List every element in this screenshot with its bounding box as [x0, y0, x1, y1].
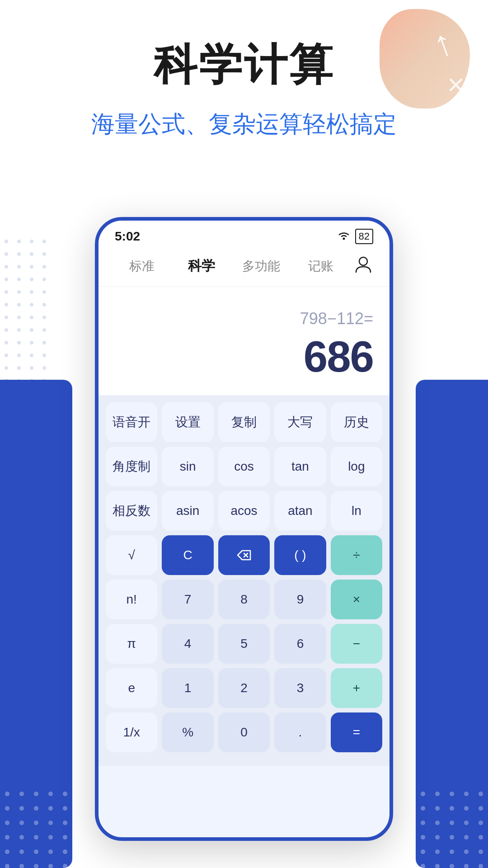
- key-uppercase[interactable]: 大写: [274, 402, 326, 442]
- bg-blue-left: [0, 380, 72, 868]
- tab-science[interactable]: 科学: [172, 253, 231, 279]
- key-negate[interactable]: 相反数: [106, 491, 157, 531]
- key-copy[interactable]: 复制: [218, 402, 270, 442]
- key-1[interactable]: 1: [162, 668, 213, 708]
- keypad-row-3: 相反数 asin acos atan ln: [106, 491, 382, 531]
- bg-blue-right: [416, 380, 488, 868]
- key-settings[interactable]: 设置: [162, 402, 213, 442]
- keypad-row-4: √ C ( ) ÷: [106, 535, 382, 575]
- status-icons: 82: [337, 229, 373, 244]
- sub-title: 海量公式、复杂运算轻松搞定: [0, 108, 488, 140]
- key-backspace[interactable]: [218, 535, 270, 575]
- nav-tabs: 标准 科学 多功能 记账: [99, 249, 389, 287]
- expression-display: 798−112=: [300, 309, 373, 328]
- result-display: 686: [304, 332, 373, 382]
- key-acos[interactable]: acos: [218, 491, 270, 531]
- svg-point-0: [343, 238, 345, 240]
- keypad-row-7: e 1 2 3 +: [106, 668, 382, 708]
- key-0[interactable]: 0: [218, 712, 270, 752]
- key-5[interactable]: 5: [218, 624, 270, 664]
- main-title: 科学计算: [0, 36, 488, 95]
- key-asin[interactable]: asin: [162, 491, 213, 531]
- keypad-row-8: 1/x % 0 . =: [106, 712, 382, 752]
- key-history[interactable]: 历史: [331, 402, 382, 442]
- bg-dots-blue-right: [416, 787, 488, 868]
- key-equals[interactable]: =: [331, 712, 382, 752]
- keypad-row-5: n! 7 8 9 ×: [106, 580, 382, 619]
- status-bar: 5:02 82: [99, 221, 389, 249]
- header-section: 科学计算 海量公式、复杂运算轻松搞定: [0, 0, 488, 140]
- profile-button[interactable]: [351, 254, 376, 279]
- tab-standard[interactable]: 标准: [112, 254, 172, 278]
- keypad-row-2: 角度制 sin cos tan log: [106, 447, 382, 486]
- phone-mockup: 5:02 82 标准 科学 多功能 记账: [95, 217, 393, 841]
- key-factorial[interactable]: n!: [106, 580, 157, 619]
- key-clear[interactable]: C: [162, 535, 213, 575]
- key-multiply[interactable]: ×: [331, 580, 382, 619]
- tab-accounting[interactable]: 记账: [291, 254, 351, 278]
- bg-dots-blue-left: [0, 787, 72, 868]
- display-area: 798−112= 686: [99, 287, 389, 395]
- key-3[interactable]: 3: [274, 668, 326, 708]
- tab-multifunction[interactable]: 多功能: [231, 254, 291, 278]
- key-pi[interactable]: π: [106, 624, 157, 664]
- keypad: 语音开 设置 复制 大写 历史 角度制 sin cos tan log 相反数 …: [99, 395, 389, 766]
- key-cos[interactable]: cos: [218, 447, 270, 486]
- key-4[interactable]: 4: [162, 624, 213, 664]
- keypad-row-1: 语音开 设置 复制 大写 历史: [106, 402, 382, 442]
- status-time: 5:02: [115, 229, 140, 244]
- key-9[interactable]: 9: [274, 580, 326, 619]
- key-plus[interactable]: +: [331, 668, 382, 708]
- key-euler[interactable]: e: [106, 668, 157, 708]
- key-ln[interactable]: ln: [331, 491, 382, 531]
- key-divide[interactable]: ÷: [331, 535, 382, 575]
- key-atan[interactable]: atan: [274, 491, 326, 531]
- key-7[interactable]: 7: [162, 580, 213, 619]
- key-2[interactable]: 2: [218, 668, 270, 708]
- key-reciprocal[interactable]: 1/x: [106, 712, 157, 752]
- key-sin[interactable]: sin: [162, 447, 213, 486]
- key-voice[interactable]: 语音开: [106, 402, 157, 442]
- key-parens[interactable]: ( ): [274, 535, 326, 575]
- profile-icon: [353, 254, 373, 278]
- wifi-icon: [337, 230, 351, 243]
- key-percent[interactable]: %: [162, 712, 213, 752]
- key-sqrt[interactable]: √: [106, 535, 157, 575]
- battery-indicator: 82: [355, 229, 373, 244]
- svg-point-1: [359, 257, 367, 265]
- keypad-row-6: π 4 5 6 −: [106, 624, 382, 664]
- key-angle[interactable]: 角度制: [106, 447, 157, 486]
- key-log[interactable]: log: [331, 447, 382, 486]
- key-tan[interactable]: tan: [274, 447, 326, 486]
- key-8[interactable]: 8: [218, 580, 270, 619]
- key-dot[interactable]: .: [274, 712, 326, 752]
- key-6[interactable]: 6: [274, 624, 326, 664]
- key-minus[interactable]: −: [331, 624, 382, 664]
